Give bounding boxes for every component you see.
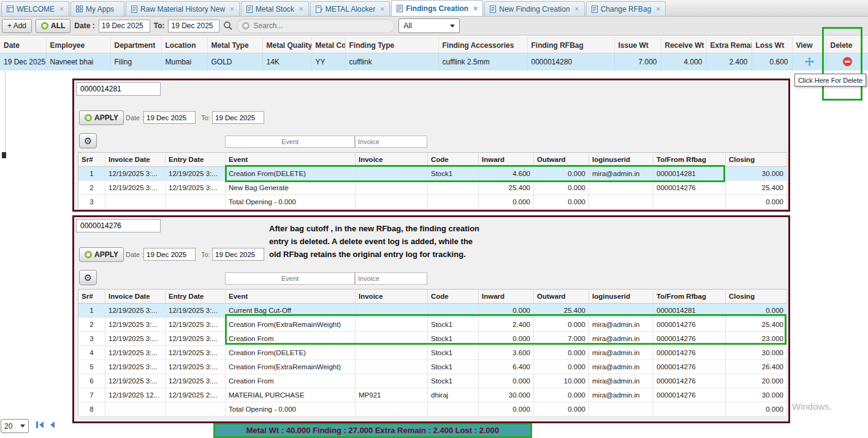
column-header[interactable]: Code [428, 290, 479, 304]
filter-dropdown[interactable]: All [398, 18, 460, 33]
table-row[interactable]: 312/19/2025 3:...12/19/2025 3:...Creatio… [78, 332, 787, 346]
cell: 12/19/2025 3:... [166, 167, 226, 181]
close-icon[interactable]: × [380, 5, 384, 13]
tab-welcome[interactable]: WELCOME× [1, 1, 69, 16]
column-header[interactable]: Employee [46, 37, 110, 53]
prev-page-icon[interactable] [49, 421, 55, 429]
tab-my-apps[interactable]: My Apps [70, 1, 124, 16]
column-header[interactable]: To/From Rfbag [653, 153, 726, 167]
event-filter-input[interactable] [225, 272, 355, 285]
table-row[interactable]: 212/19/2025 3:...12/19/2025 3:...Creatio… [78, 318, 787, 332]
column-header[interactable]: Invoice Date [105, 290, 166, 304]
tab-metal-stock[interactable]: Metal Stock× [241, 1, 309, 16]
column-header[interactable]: Inward [479, 153, 534, 167]
invoice-filter-input[interactable] [355, 272, 427, 285]
column-header[interactable]: Event [226, 290, 356, 304]
search-box[interactable] [237, 19, 395, 33]
date-to-input[interactable] [168, 20, 219, 33]
invoice-filter-input[interactable] [355, 136, 427, 148]
close-icon[interactable]: × [473, 4, 478, 13]
close-icon[interactable]: × [656, 5, 660, 13]
page-size-select[interactable]: 20 [1, 419, 29, 433]
table-row[interactable]: 112/19/2025 3:...12/19/2025 3:...Current… [78, 304, 787, 318]
cell: 12/19/2025 3:... [105, 167, 166, 181]
column-header[interactable]: Entry Date [166, 290, 226, 304]
table-row[interactable]: 512/19/2025 3:...12/19/2025 3:...Creatio… [78, 360, 787, 374]
all-button[interactable]: ALL [36, 19, 70, 33]
close-icon[interactable]: × [230, 5, 234, 13]
table-row[interactable]: 8Total Opening - 0.0000.0000.0000.000 [78, 402, 787, 417]
rfbag-number-input[interactable] [76, 219, 161, 232]
tab-bar: WELCOME× My Apps Raw Material History Ne… [0, 0, 868, 17]
column-header[interactable]: Code [428, 153, 479, 167]
table-row[interactable]: 612/19/2025 3:...12/19/2025 3:...Creatio… [78, 374, 787, 388]
column-header[interactable]: Finding Type [345, 37, 438, 53]
column-header[interactable]: Extra Remain [706, 37, 752, 53]
tab-new-finding-creation[interactable]: New Finding Creation× [484, 1, 584, 16]
cell [356, 332, 428, 346]
date-to-input[interactable] [212, 248, 264, 261]
event-filter-input[interactable] [225, 136, 355, 148]
table-row[interactable]: 712/19/2025 12...12/19/2025 2:...MATERIA… [78, 388, 787, 402]
add-button[interactable]: + Add [2, 19, 32, 33]
gear-icon[interactable]: ⚙ [79, 133, 97, 148]
cell: Creation From(ExtraRemainWeight) [226, 360, 356, 374]
tab-metal-alocker[interactable]: METAL Alocker× [310, 1, 390, 16]
column-header[interactable]: Invoice [356, 153, 428, 167]
column-header[interactable]: Entry Date [166, 153, 226, 167]
search-input[interactable] [253, 21, 376, 30]
apply-button[interactable]: APPLY [79, 110, 124, 125]
column-header[interactable]: Location [161, 37, 207, 53]
date-from-input[interactable] [143, 111, 196, 124]
column-header[interactable]: Department [110, 37, 161, 53]
view-icon[interactable] [805, 57, 814, 66]
rfbag-number-input[interactable] [76, 82, 161, 96]
column-header[interactable]: Issue Wt [614, 37, 661, 53]
column-header[interactable]: Event [226, 153, 356, 167]
table-row[interactable]: 19 Dec 2025 Navneet bhai Filing Mumbai G… [0, 53, 868, 71]
tab-raw-material-history-new[interactable]: Raw Material History New× [126, 1, 240, 16]
column-header[interactable]: Metal Type [207, 37, 262, 53]
column-header[interactable]: Outward [534, 290, 589, 304]
close-icon[interactable]: × [59, 5, 64, 13]
column-header[interactable]: Outward [534, 153, 589, 167]
column-header[interactable]: Sr# [78, 153, 105, 167]
column-header[interactable]: Closing [726, 153, 787, 167]
column-header[interactable]: Invoice [356, 290, 428, 304]
cell [105, 195, 166, 209]
circle-icon [242, 22, 249, 29]
delete-tooltip: Click Here For Delete [794, 74, 866, 86]
column-header[interactable]: loginuserid [589, 153, 653, 167]
first-page-icon[interactable] [36, 421, 45, 429]
column-header[interactable]: To/From Rfbag [653, 290, 726, 304]
column-header[interactable]: Closing [726, 290, 787, 304]
column-header[interactable]: Loss Wt [752, 37, 792, 53]
apply-button[interactable]: APPLY [79, 247, 124, 262]
delete-icon[interactable] [843, 57, 852, 66]
date-to-input[interactable] [212, 111, 264, 124]
sidebar-handle[interactable] [2, 152, 6, 158]
column-header[interactable]: Metal Quality [262, 37, 311, 53]
column-header[interactable]: Metal Color [311, 37, 345, 53]
gear-icon[interactable]: ⚙ [79, 270, 97, 285]
table-row[interactable]: 412/19/2025 3:...12/19/2025 3:...Creatio… [78, 346, 787, 360]
column-header[interactable]: Finding RFBag [527, 37, 614, 53]
table-row[interactable]: 112/19/2025 3:...12/19/2025 3:...Creatio… [78, 167, 787, 181]
tab-change-rfbag[interactable]: Change RFBag× [586, 1, 666, 16]
date-from-input[interactable] [143, 248, 196, 261]
column-header[interactable]: Finding Accessories [438, 37, 527, 53]
column-header[interactable]: Date [0, 37, 46, 53]
column-header[interactable]: Invoice Date [105, 153, 166, 167]
date-from-input[interactable] [99, 20, 150, 33]
column-header[interactable]: Sr# [78, 290, 105, 304]
column-header[interactable]: Receive Wt [661, 37, 706, 53]
table-row[interactable]: 3Total Opening - 0.0000.0000.0000.000 [78, 195, 787, 209]
close-icon[interactable]: × [299, 5, 303, 13]
search-icon[interactable] [223, 21, 233, 31]
close-icon[interactable]: × [575, 5, 579, 13]
tab-findings-creation[interactable]: Findings Creation× [391, 0, 483, 16]
column-header[interactable]: loginuserid [589, 290, 653, 304]
column-header[interactable]: Inward [479, 290, 534, 304]
cell: 20.000 [726, 374, 787, 388]
table-row[interactable]: 212/19/2025 3:...12/19/2025 3:...New Bag… [78, 181, 787, 195]
